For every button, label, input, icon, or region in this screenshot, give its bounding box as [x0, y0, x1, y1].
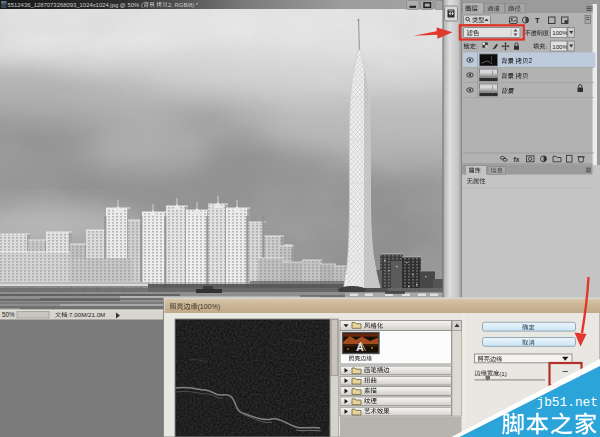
- svg-text:jb51.net: jb51.net: [537, 395, 598, 410]
- svg-text:2: 2: [528, 57, 532, 64]
- svg-text::: :: [545, 43, 547, 50]
- svg-text:(100%): (100%): [198, 303, 221, 311]
- svg-text:T: T: [535, 16, 540, 25]
- svg-text::7.00M/21.0M: :7.00M/21.0M: [67, 311, 105, 318]
- svg-text:50%: 50%: [2, 311, 15, 318]
- svg-text:(1): (1): [499, 370, 507, 377]
- svg-text:100%: 100%: [552, 29, 568, 36]
- svg-text:5512436_1287073268093_1024x102: 5512436_1287073268093_1024x1024.jpg @ 50…: [8, 2, 143, 8]
- svg-text::: :: [476, 43, 478, 50]
- svg-text:100%: 100%: [552, 43, 568, 50]
- svg-text:2, RGB/8) *: 2, RGB/8) *: [168, 2, 199, 8]
- svg-text:fx: fx: [514, 156, 520, 163]
